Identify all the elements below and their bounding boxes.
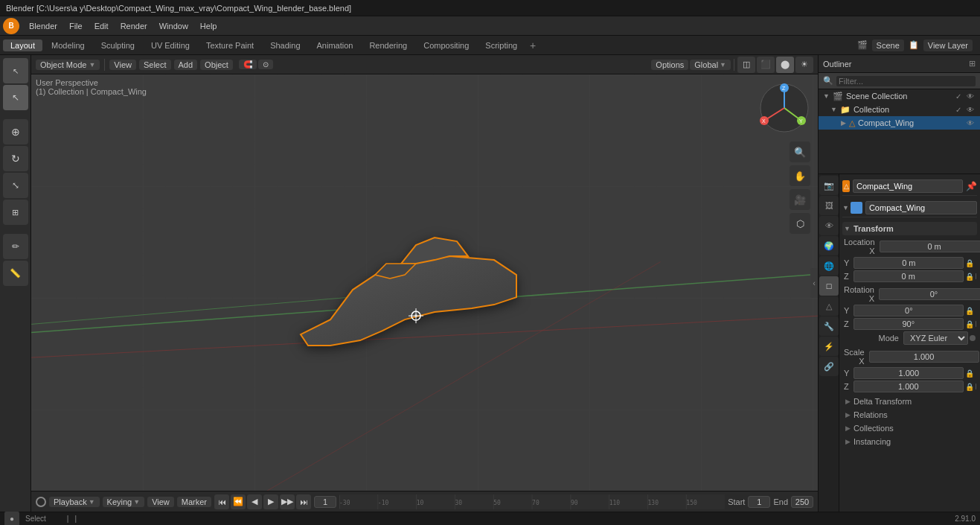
- rotation-y-lock[interactable]: 🔒: [965, 305, 974, 316]
- instancing-header[interactable]: ▶ Instancing: [842, 436, 977, 448]
- prop-tab-physics[interactable]: 🔗: [819, 357, 839, 376]
- end-frame[interactable]: 250: [791, 496, 813, 508]
- outliner-search-input[interactable]: [836, 76, 976, 86]
- start-frame[interactable]: 1: [748, 496, 770, 508]
- tab-scripting[interactable]: Scripting: [478, 39, 525, 51]
- collections-header[interactable]: ▶ Collections: [842, 422, 977, 434]
- zoom-icon[interactable]: 🔍: [790, 141, 810, 162]
- collection-check[interactable]: ✓: [953, 104, 964, 115]
- menu-help[interactable]: Help: [195, 20, 222, 32]
- snap-toggle[interactable]: 🧲: [239, 60, 257, 69]
- tab-animation[interactable]: Animation: [310, 39, 361, 51]
- prop-tab-mesh[interactable]: △: [819, 296, 839, 316]
- tab-modeling[interactable]: Modeling: [44, 39, 92, 51]
- grid-icon[interactable]: ⬡: [790, 213, 810, 234]
- location-z-lock[interactable]: 🔒: [965, 271, 974, 281]
- scale-x-field[interactable]: [869, 351, 979, 363]
- menu-render[interactable]: Render: [115, 20, 153, 32]
- timeline-track[interactable]: -30 -10 10 30 50 70 90 110 130 150: [339, 494, 725, 509]
- menu-edit[interactable]: Edit: [89, 20, 114, 32]
- playback-menu[interactable]: Playback ▼: [49, 497, 100, 507]
- mode-keyframe[interactable]: [970, 335, 976, 341]
- step-back-button[interactable]: ◀: [247, 494, 262, 509]
- menu-blender[interactable]: Blender: [24, 20, 63, 32]
- rotation-mode-select[interactable]: XYZ Euler XZY Euler YXZ Euler Quaternion: [903, 331, 968, 345]
- jump-start-button[interactable]: ⏮: [214, 494, 229, 509]
- 3d-viewport[interactable]: User Perspective (1) Collection | Compac…: [31, 74, 818, 491]
- prop-tab-view[interactable]: 👁: [819, 216, 839, 235]
- prop-tab-scene[interactable]: 🌍: [819, 236, 839, 255]
- blender-logo[interactable]: B: [3, 18, 19, 34]
- prop-tab-output[interactable]: 🖼: [819, 196, 839, 215]
- keying-menu[interactable]: Keying ▼: [103, 497, 145, 507]
- tab-uv-editing[interactable]: UV Editing: [144, 39, 197, 51]
- menu-window[interactable]: Window: [154, 20, 193, 32]
- play-button[interactable]: ▶: [263, 494, 278, 509]
- select-menu[interactable]: Select: [139, 60, 171, 70]
- measure-tool[interactable]: 📏: [3, 261, 28, 286]
- collection-eye[interactable]: 👁: [965, 104, 976, 115]
- rotation-x-field[interactable]: [879, 288, 980, 300]
- prop-tab-render[interactable]: 📷: [819, 176, 839, 195]
- solid-mode[interactable]: ⬛: [757, 57, 775, 73]
- cursor-tool[interactable]: ↖: [3, 85, 28, 110]
- rendered-mode[interactable]: ☀: [795, 57, 813, 73]
- record-button[interactable]: [36, 497, 46, 507]
- mesh-dropdown-arrow[interactable]: ▼: [842, 204, 849, 211]
- add-menu[interactable]: Add: [174, 60, 198, 70]
- location-y-lock[interactable]: 🔒: [965, 258, 974, 268]
- relations-header[interactable]: ▶ Relations: [842, 409, 977, 421]
- pan-icon[interactable]: ✋: [790, 165, 810, 186]
- menu-file[interactable]: File: [64, 20, 88, 32]
- object-name-input[interactable]: [853, 179, 963, 193]
- scene-collection-check[interactable]: ✓: [953, 91, 964, 101]
- scale-y-field[interactable]: [854, 367, 964, 379]
- transform-global[interactable]: Global ▼: [690, 60, 731, 70]
- marker-menu[interactable]: Marker: [177, 497, 211, 507]
- annotate-tool[interactable]: ✏: [3, 234, 28, 259]
- outliner-filter-icon[interactable]: ⊞: [969, 59, 976, 69]
- add-workspace-button[interactable]: +: [526, 39, 539, 52]
- rotate-tool[interactable]: ↻: [3, 146, 28, 171]
- location-x-field[interactable]: [880, 241, 980, 252]
- step-forward-button[interactable]: ▶▶: [280, 494, 295, 509]
- outliner-scene-collection[interactable]: ▼ 🎬 Scene Collection ✓ 👁: [819, 89, 980, 103]
- scene-icon[interactable]: 🎬: [857, 40, 868, 50]
- collapse-panel-tab[interactable]: ‹: [810, 268, 818, 298]
- prop-tab-world[interactable]: 🌐: [819, 256, 839, 276]
- tab-texture-paint[interactable]: Texture Paint: [199, 39, 261, 51]
- select-mode-toggle[interactable]: ↖: [3, 58, 28, 83]
- scale-tool[interactable]: ⤡: [3, 173, 28, 198]
- prop-tab-modifier[interactable]: 🔧: [819, 316, 839, 336]
- scene-selector[interactable]: Scene: [872, 39, 904, 51]
- compact-wing-eye[interactable]: 👁: [965, 118, 976, 128]
- outliner-compact-wing[interactable]: ▶ △ Compact_Wing 👁: [819, 116, 980, 130]
- scale-y-lock[interactable]: 🔒: [965, 368, 974, 378]
- scale-z-field[interactable]: [854, 381, 964, 392]
- rotation-z-field[interactable]: [854, 318, 964, 330]
- tab-rendering[interactable]: Rendering: [362, 39, 414, 51]
- rotation-y-field[interactable]: [854, 305, 964, 316]
- transform-tool[interactable]: ⊞: [3, 200, 28, 225]
- mesh-name-input[interactable]: [865, 201, 977, 214]
- scene-collection-eye[interactable]: 👁: [965, 91, 976, 101]
- current-frame-display[interactable]: 1: [314, 496, 336, 508]
- location-y-field[interactable]: [854, 257, 964, 269]
- options-button[interactable]: Options: [651, 60, 688, 70]
- navigation-gizmo[interactable]: Z Y X: [758, 82, 810, 134]
- scale-z-lock[interactable]: 🔒: [965, 381, 974, 392]
- delta-transform-header[interactable]: ▶ Delta Transform: [842, 395, 977, 407]
- view-layer-selector[interactable]: View Layer: [923, 39, 973, 51]
- prop-tab-object[interactable]: □: [819, 276, 839, 296]
- jump-end-button[interactable]: ⏭: [296, 494, 311, 509]
- prev-keyframe-button[interactable]: ⏪: [231, 494, 246, 509]
- mode-selector[interactable]: Object Mode ▼: [36, 60, 100, 70]
- move-tool[interactable]: ⊕: [3, 119, 28, 144]
- material-preview[interactable]: ⬤: [776, 57, 794, 73]
- tab-layout[interactable]: Layout: [3, 39, 42, 51]
- tab-compositing[interactable]: Compositing: [416, 39, 476, 51]
- outliner-collection[interactable]: ▼ 📁 Collection ✓ 👁: [819, 103, 980, 116]
- view-menu-timeline[interactable]: View: [147, 497, 174, 507]
- view-menu[interactable]: View: [109, 60, 136, 70]
- rotation-z-lock[interactable]: 🔒: [965, 319, 974, 329]
